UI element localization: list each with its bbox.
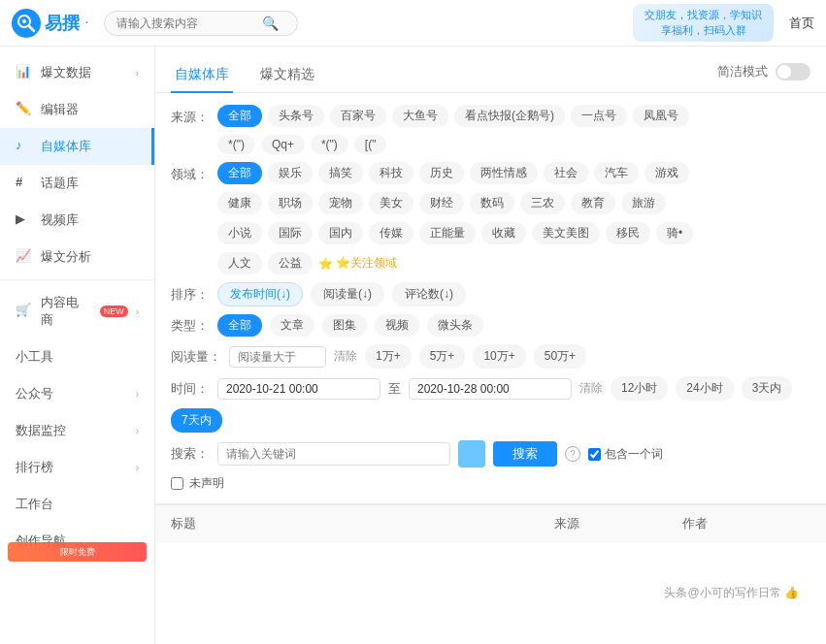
source-dayu[interactable]: 大鱼号: [392, 105, 448, 127]
sidebar-item-gongtai[interactable]: 工作台: [0, 486, 154, 523]
sidebar-item-chuangzuo[interactable]: 创作导航 限时免费: [0, 523, 154, 560]
search-keyword-input[interactable]: [217, 442, 450, 466]
sidebar-item-baowen[interactable]: 📊 爆文数据 ›: [0, 54, 154, 91]
domain-liangsex[interactable]: 两性情感: [470, 162, 538, 184]
read-1w[interactable]: 1万+: [365, 344, 412, 369]
type-gallery[interactable]: 图集: [322, 314, 367, 337]
toggle-knob: [777, 65, 791, 79]
time-12h[interactable]: 12小时: [611, 376, 668, 401]
source-qq[interactable]: Qq+: [261, 135, 305, 154]
read-input[interactable]: [229, 346, 326, 368]
domain-yimin[interactable]: 移民: [606, 222, 650, 244]
domain-youxi[interactable]: 游戏: [644, 162, 689, 184]
source-toutiao[interactable]: 头条号: [268, 105, 324, 127]
domain-qiche[interactable]: 汽车: [594, 162, 639, 184]
read-5w[interactable]: 5万+: [419, 344, 466, 369]
domain-shehui[interactable]: 社会: [544, 162, 588, 184]
sidebar-item-neirong[interactable]: 🛒 内容电商 NEW ›: [0, 284, 154, 338]
time-start-input[interactable]: [217, 378, 380, 400]
top-search-input[interactable]: [116, 16, 262, 30]
sidebar-item-jiankong[interactable]: 数据监控 ›: [0, 412, 154, 449]
read-label: 阅读量：: [171, 348, 221, 366]
time-end-input[interactable]: [409, 378, 572, 400]
domain-yule[interactable]: 娱乐: [268, 162, 313, 184]
read-50w[interactable]: 50万+: [534, 344, 586, 369]
domain-all[interactable]: 全部: [217, 162, 262, 184]
sidebar-item-editor[interactable]: ✏️ 编辑器: [0, 91, 154, 128]
declare-checkbox[interactable]: [171, 477, 183, 490]
attention-domain-link[interactable]: ⭐ ⭐关注领域: [318, 255, 397, 272]
domain-row4-options: 人文 公益 ⭐ ⭐关注领域: [217, 252, 810, 274]
domain-chuanmei[interactable]: 传媒: [369, 222, 413, 244]
sidebar-item-gongzhong[interactable]: 公众号 ›: [0, 375, 154, 412]
sidebar-item-paihang[interactable]: 排行榜 ›: [0, 449, 154, 486]
svg-line-2: [29, 26, 34, 31]
tab-baowen-jingxuan[interactable]: 爆文精选: [256, 58, 318, 93]
search-color-toggle[interactable]: [458, 440, 485, 467]
domain-lvyou[interactable]: 旅游: [621, 192, 666, 214]
include-one-word-label[interactable]: 包含一个词: [588, 446, 663, 463]
time-clear-btn[interactable]: 清除: [579, 380, 603, 397]
top-search-icon[interactable]: 🔍: [262, 16, 279, 31]
sort-row: 排序： 发布时间(↓) 阅读量(↓) 评论数(↓): [171, 282, 810, 306]
domain-zhichang[interactable]: 职场: [268, 192, 313, 214]
sidebar-item-shipin[interactable]: ▶ 视频库: [0, 202, 154, 239]
domain-shoucang[interactable]: 收藏: [481, 222, 526, 244]
sort-publish-time[interactable]: 发布时间(↓): [217, 282, 303, 306]
domain-guoji[interactable]: 国际: [268, 222, 313, 244]
search-execute-btn[interactable]: 搜索: [493, 441, 557, 467]
simple-mode-toggle[interactable]: [776, 63, 810, 80]
domain-gongyi[interactable]: 公益: [268, 252, 313, 274]
source-yidian[interactable]: 一点号: [571, 105, 627, 127]
top-search-bar[interactable]: 🔍: [104, 11, 298, 36]
type-all[interactable]: 全部: [217, 314, 262, 337]
source-row2-options: *(") Qq+ *(") [(": [217, 135, 810, 154]
domain-keji[interactable]: 科技: [369, 162, 413, 184]
domain-gaoxiao[interactable]: 搞笑: [318, 162, 363, 184]
domain-meinv[interactable]: 美女: [369, 192, 413, 214]
domain-renwen[interactable]: 人文: [217, 252, 262, 274]
domain-qiche2[interactable]: 骑•: [656, 222, 693, 244]
source-bili[interactable]: [(": [354, 135, 387, 154]
read-clear-btn[interactable]: 清除: [334, 348, 357, 365]
domain-sannong[interactable]: 三农: [520, 192, 565, 214]
source-sohu[interactable]: *("): [311, 135, 348, 154]
sort-read-count[interactable]: 阅读量(↓): [311, 282, 384, 306]
table-header: 标题 来源 作者: [155, 504, 826, 542]
domain-label: 领域：: [171, 162, 210, 183]
domain-zhengneng[interactable]: 正能量: [419, 222, 476, 244]
source-all[interactable]: 全部: [217, 105, 262, 127]
search-label: 搜索：: [171, 445, 210, 463]
source-fenghuang[interactable]: 凤凰号: [633, 105, 689, 127]
sidebar-item-baowen-fenxi[interactable]: 📈 爆文分析: [0, 239, 154, 275]
domain-meiwen[interactable]: 美文美图: [532, 222, 600, 244]
time-24h[interactable]: 24小时: [676, 376, 733, 401]
type-label: 类型：: [171, 317, 210, 335]
type-article[interactable]: 文章: [270, 314, 314, 337]
help-icon[interactable]: ?: [565, 446, 580, 462]
domain-guonei[interactable]: 国内: [318, 222, 363, 244]
include-one-word-checkbox[interactable]: [588, 448, 601, 461]
tab-zimeiti[interactable]: 自媒体库: [171, 58, 233, 93]
domain-chongwu[interactable]: 宠物: [318, 192, 363, 214]
sidebar-item-tools[interactable]: 小工具: [0, 338, 154, 375]
time-3d[interactable]: 3天内: [742, 376, 793, 401]
domain-jiankang[interactable]: 健康: [217, 192, 262, 214]
domain-lishi[interactable]: 历史: [419, 162, 464, 184]
domain-jiaoyu[interactable]: 教育: [571, 192, 615, 214]
sidebar-item-huati[interactable]: # 话题库: [0, 165, 154, 202]
read-10w[interactable]: 10万+: [473, 344, 525, 369]
type-micro[interactable]: 微头条: [427, 314, 483, 337]
domain-shuma[interactable]: 数码: [470, 192, 514, 214]
domain-caijing[interactable]: 财经: [419, 192, 464, 214]
source-wangyi[interactable]: *("): [217, 135, 255, 154]
type-video[interactable]: 视频: [375, 314, 419, 337]
sort-comment-count[interactable]: 评论数(↓): [392, 282, 466, 306]
promo-banner: 限时免费: [8, 542, 147, 562]
domain-xiaoshuo[interactable]: 小说: [217, 222, 262, 244]
nav-home[interactable]: 首页: [789, 15, 814, 32]
time-7d[interactable]: 7天内: [171, 408, 222, 433]
source-kandian[interactable]: 看点快报(企鹅号): [454, 105, 565, 127]
source-baijia[interactable]: 百家号: [330, 105, 386, 127]
sidebar-item-zimeiti[interactable]: ♪ 自媒体库: [0, 128, 154, 165]
